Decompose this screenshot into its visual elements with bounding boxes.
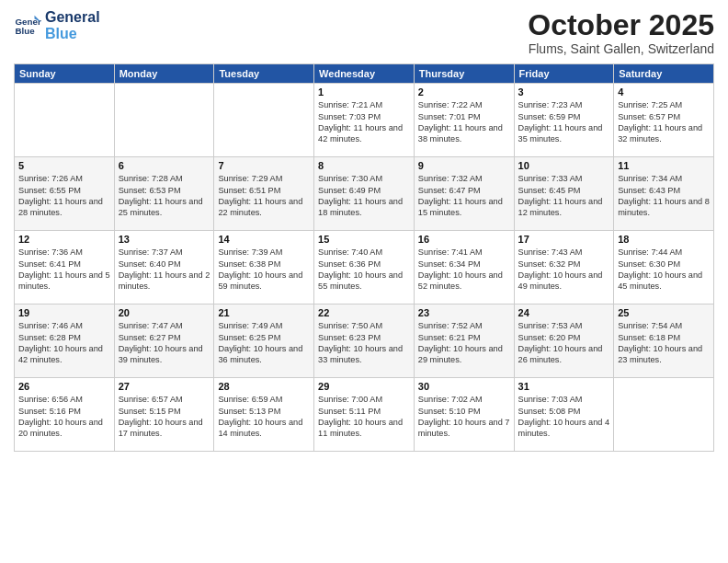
day-info: Sunrise: 7:32 AMSunset: 6:47 PMDaylight:…	[418, 173, 510, 219]
day-number: 29	[318, 381, 410, 392]
table-row: 20Sunrise: 7:47 AMSunset: 6:27 PMDayligh…	[114, 304, 214, 378]
calendar-header-row: Sunday Monday Tuesday Wednesday Thursday…	[15, 64, 714, 84]
day-number: 6	[119, 160, 210, 171]
table-row: 30Sunrise: 7:02 AMSunset: 5:10 PMDayligh…	[414, 378, 514, 452]
table-row: 4Sunrise: 7:25 AMSunset: 6:57 PMDaylight…	[614, 84, 714, 157]
table-row: 21Sunrise: 7:49 AMSunset: 6:25 PMDayligh…	[214, 304, 314, 378]
logo-icon: General Blue	[14, 12, 41, 40]
header-sunday: Sunday	[15, 64, 115, 84]
table-row: 8Sunrise: 7:30 AMSunset: 6:49 PMDaylight…	[314, 157, 415, 231]
table-row: 16Sunrise: 7:41 AMSunset: 6:34 PMDayligh…	[414, 231, 514, 304]
table-row: 24Sunrise: 7:53 AMSunset: 6:20 PMDayligh…	[514, 304, 614, 378]
day-info: Sunrise: 7:46 AMSunset: 6:28 PMDaylight:…	[18, 320, 110, 366]
day-info: Sunrise: 7:43 AMSunset: 6:32 PMDaylight:…	[518, 247, 610, 293]
svg-text:Blue: Blue	[16, 26, 36, 36]
table-row: 28Sunrise: 6:59 AMSunset: 5:13 PMDayligh…	[214, 378, 314, 452]
table-row: 17Sunrise: 7:43 AMSunset: 6:32 PMDayligh…	[514, 231, 614, 304]
day-number: 24	[518, 307, 610, 318]
day-info: Sunrise: 7:50 AMSunset: 6:23 PMDaylight:…	[318, 320, 410, 366]
day-info: Sunrise: 6:57 AMSunset: 5:15 PMDaylight:…	[119, 394, 210, 440]
day-info: Sunrise: 7:44 AMSunset: 6:30 PMDaylight:…	[618, 247, 710, 293]
day-number: 9	[418, 160, 510, 171]
table-row: 5Sunrise: 7:26 AMSunset: 6:55 PMDaylight…	[15, 157, 115, 231]
logo-line1: General	[45, 9, 100, 26]
day-info: Sunrise: 7:26 AMSunset: 6:55 PMDaylight:…	[18, 173, 110, 219]
table-row: 27Sunrise: 6:57 AMSunset: 5:15 PMDayligh…	[114, 378, 214, 452]
day-info: Sunrise: 7:41 AMSunset: 6:34 PMDaylight:…	[418, 247, 510, 293]
table-row	[114, 84, 214, 157]
day-number: 1	[318, 86, 410, 98]
calendar-week-row: 12Sunrise: 7:36 AMSunset: 6:41 PMDayligh…	[15, 231, 714, 304]
day-info: Sunrise: 7:03 AMSunset: 5:08 PMDaylight:…	[518, 394, 610, 440]
day-info: Sunrise: 7:53 AMSunset: 6:20 PMDaylight:…	[518, 320, 610, 366]
day-number: 12	[18, 234, 110, 245]
header-saturday: Saturday	[614, 64, 714, 84]
calendar-week-row: 26Sunrise: 6:56 AMSunset: 5:16 PMDayligh…	[15, 378, 714, 452]
day-info: Sunrise: 7:37 AMSunset: 6:40 PMDaylight:…	[119, 247, 210, 293]
svg-text:General: General	[16, 16, 42, 26]
day-info: Sunrise: 6:56 AMSunset: 5:16 PMDaylight:…	[18, 394, 110, 440]
day-number: 23	[418, 307, 510, 318]
day-info: Sunrise: 7:47 AMSunset: 6:27 PMDaylight:…	[119, 320, 210, 366]
table-row: 12Sunrise: 7:36 AMSunset: 6:41 PMDayligh…	[15, 231, 115, 304]
calendar-table: Sunday Monday Tuesday Wednesday Thursday…	[14, 63, 714, 452]
day-number: 7	[218, 160, 310, 171]
day-number: 28	[218, 381, 310, 392]
table-row: 1Sunrise: 7:21 AMSunset: 7:03 PMDaylight…	[314, 84, 415, 157]
day-number: 18	[618, 234, 710, 245]
day-info: Sunrise: 7:49 AMSunset: 6:25 PMDaylight:…	[218, 320, 310, 366]
table-row: 18Sunrise: 7:44 AMSunset: 6:30 PMDayligh…	[614, 231, 714, 304]
day-number: 20	[119, 307, 210, 318]
day-number: 16	[418, 234, 510, 245]
day-number: 21	[218, 307, 310, 318]
day-number: 14	[218, 234, 310, 245]
day-number: 8	[318, 160, 410, 171]
day-info: Sunrise: 7:40 AMSunset: 6:36 PMDaylight:…	[318, 247, 410, 293]
day-info: Sunrise: 7:34 AMSunset: 6:43 PMDaylight:…	[618, 173, 710, 219]
logo: General Blue General Blue	[14, 9, 100, 41]
month-title: October 2025	[528, 9, 714, 41]
table-row: 13Sunrise: 7:37 AMSunset: 6:40 PMDayligh…	[114, 231, 214, 304]
day-info: Sunrise: 7:33 AMSunset: 6:45 PMDaylight:…	[518, 173, 610, 219]
day-number: 3	[518, 86, 610, 98]
table-row: 19Sunrise: 7:46 AMSunset: 6:28 PMDayligh…	[15, 304, 115, 378]
title-block: October 2025 Flums, Saint Gallen, Switze…	[528, 9, 714, 56]
table-row	[15, 84, 115, 157]
day-info: Sunrise: 7:02 AMSunset: 5:10 PMDaylight:…	[418, 394, 510, 440]
table-row	[214, 84, 314, 157]
day-info: Sunrise: 7:22 AMSunset: 7:01 PMDaylight:…	[418, 99, 510, 145]
table-row	[614, 378, 714, 452]
table-row: 26Sunrise: 6:56 AMSunset: 5:16 PMDayligh…	[15, 378, 115, 452]
header-tuesday: Tuesday	[214, 64, 314, 84]
day-number: 17	[518, 234, 610, 245]
day-number: 30	[418, 381, 510, 392]
day-number: 25	[618, 307, 710, 318]
day-number: 15	[318, 234, 410, 245]
header-wednesday: Wednesday	[314, 64, 415, 84]
header-friday: Friday	[514, 64, 614, 84]
page-container: General Blue General Blue October 2025 F…	[0, 0, 728, 461]
table-row: 15Sunrise: 7:40 AMSunset: 6:36 PMDayligh…	[314, 231, 415, 304]
day-number: 26	[18, 381, 110, 392]
day-info: Sunrise: 7:52 AMSunset: 6:21 PMDaylight:…	[418, 320, 510, 366]
day-number: 2	[418, 86, 510, 98]
table-row: 11Sunrise: 7:34 AMSunset: 6:43 PMDayligh…	[614, 157, 714, 231]
location-subtitle: Flums, Saint Gallen, Switzerland	[528, 41, 714, 56]
calendar-week-row: 19Sunrise: 7:46 AMSunset: 6:28 PMDayligh…	[15, 304, 714, 378]
day-number: 10	[518, 160, 610, 171]
day-info: Sunrise: 7:39 AMSunset: 6:38 PMDaylight:…	[218, 247, 310, 293]
day-number: 22	[318, 307, 410, 318]
day-info: Sunrise: 7:28 AMSunset: 6:53 PMDaylight:…	[119, 173, 210, 219]
day-number: 4	[618, 86, 710, 98]
day-info: Sunrise: 7:23 AMSunset: 6:59 PMDaylight:…	[518, 99, 610, 145]
day-info: Sunrise: 7:29 AMSunset: 6:51 PMDaylight:…	[218, 173, 310, 219]
header: General Blue General Blue October 2025 F…	[14, 9, 714, 56]
table-row: 23Sunrise: 7:52 AMSunset: 6:21 PMDayligh…	[414, 304, 514, 378]
day-info: Sunrise: 7:00 AMSunset: 5:11 PMDaylight:…	[318, 394, 410, 440]
table-row: 2Sunrise: 7:22 AMSunset: 7:01 PMDaylight…	[414, 84, 514, 157]
table-row: 10Sunrise: 7:33 AMSunset: 6:45 PMDayligh…	[514, 157, 614, 231]
header-monday: Monday	[114, 64, 214, 84]
table-row: 14Sunrise: 7:39 AMSunset: 6:38 PMDayligh…	[214, 231, 314, 304]
header-thursday: Thursday	[414, 64, 514, 84]
day-info: Sunrise: 7:54 AMSunset: 6:18 PMDaylight:…	[618, 320, 710, 366]
